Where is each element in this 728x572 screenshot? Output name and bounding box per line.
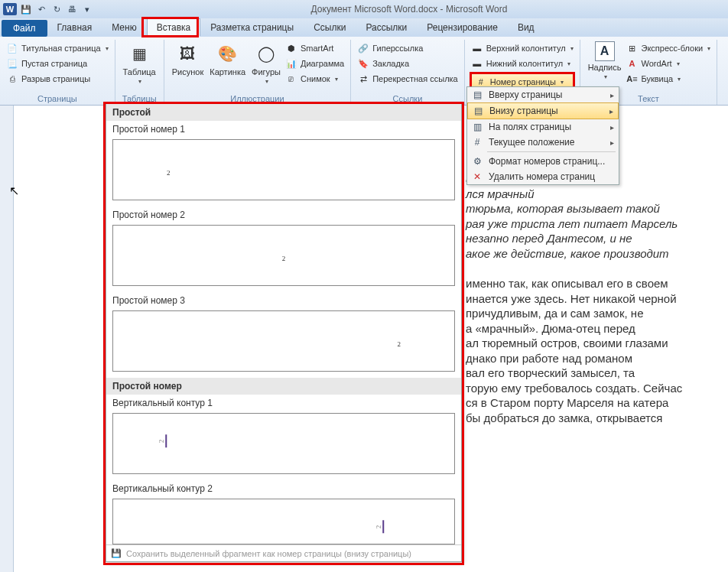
menu-label: Формат номеров страниц... [489,156,605,167]
chevron-down-icon: ▾ [570,45,574,52]
gallery-item-label: Простой номер 1 [106,121,461,138]
crossref-button[interactable]: ⇄Перекрестная ссылка [356,72,460,86]
group-tables: ▦Таблица▾ Таблицы [115,40,164,105]
gallery-item-label: Вертикальный контур 2 [106,480,461,497]
group-illustrations: 🖼Рисунок 🎨Картинка ◯Фигуры▾ ⬢SmartArt 📊Д… [164,40,351,105]
format-icon: ⚙ [470,156,484,167]
chevron-down-icon: ▾ [678,76,681,83]
quickparts-icon: ⊞ [626,42,638,54]
menu-page-margins[interactable]: ▥На полях страницы▸ [467,119,619,135]
menu-bottom-of-page[interactable]: ▤Внизу страницы▸ [467,102,619,119]
redo-icon[interactable]: ↻ [50,3,63,15]
page-number-label: Номер страницы [490,77,556,86]
undo-icon[interactable]: ↶ [35,3,47,15]
menu-format-page-numbers[interactable]: ⚙Формат номеров страниц... [467,154,619,169]
tab-file[interactable]: Файл [2,20,47,37]
header-label: Верхний колонтитул [486,44,566,53]
tab-layout[interactable]: Разметка страницы [200,18,304,37]
hyperlink-button[interactable]: 🔗Гиперссылка [356,41,460,55]
sample-page-number: 2 [375,521,384,534]
tab-view[interactable]: Вид [508,18,544,37]
chevron-down-icon: ▾ [561,79,564,86]
shapes-icon: ◯ [254,41,278,66]
gallery-item-vertical-2[interactable]: 2 [112,499,455,544]
header-icon: ▬ [471,42,483,54]
gallery-section-simple-number: Простой номер [106,378,461,395]
menu-current-position[interactable]: #Текущее положение▸ [467,135,619,150]
gallery-item-vertical-1[interactable]: 2 [112,413,455,474]
chevron-down-icon: ▾ [677,60,680,67]
picture-icon: 🖼 [175,41,200,66]
bookmark-button[interactable]: 🔖Закладка [356,57,460,70]
word-icon: W [3,3,17,15]
doc-line: тюрьма, которая вызывает такой [466,202,660,215]
tab-refs[interactable]: Ссылки [304,18,356,37]
hyperlink-icon: 🔗 [357,42,369,54]
tab-menu[interactable]: Меню [102,18,146,37]
sample-page-number: 2 [282,255,286,262]
header-button[interactable]: ▬Верхний колонтитул▾ [470,41,575,55]
document-text[interactable]: и увидел в лся мрачный тюрьма, которая в… [466,171,718,425]
cover-page-label: Титульная страница [21,44,101,53]
menu-remove-page-numbers[interactable]: ✕Удалить номера страниц [467,169,619,184]
save-icon[interactable]: 💾 [20,3,32,15]
table-label: Таблица [123,67,156,76]
cover-page-button[interactable]: 📄Титульная страница▾ [5,41,110,55]
doc-line: торую ему требовалось создать. Сейчас [466,382,682,395]
chart-icon: 📊 [285,57,297,70]
page-break-button[interactable]: ⎙Разрыв страницы [5,72,110,86]
gallery-item-simple-3[interactable]: 2 [112,310,455,372]
sample-page-number: 2 [158,435,167,448]
blank-page-button[interactable]: 📃Пустая страница [5,57,110,70]
crossref-icon: ⇄ [357,73,369,85]
titlebar: W 💾 ↶ ↻ 🖶 ▾ Документ Microsoft Word.docx… [0,0,728,18]
print-icon[interactable]: 🖶 [66,3,78,15]
smartart-label: SmartArt [301,44,333,53]
screenshot-icon: ⎚ [285,73,297,85]
tab-mail[interactable]: Рассылки [356,18,417,37]
tab-insert[interactable]: Вставка [147,18,201,37]
menu-label: Вверху страницы [489,89,562,100]
page-number-gallery: Простой Простой номер 1 2 Простой номер … [106,103,462,562]
picture-button[interactable]: 🖼Рисунок [169,40,207,94]
wordart-button[interactable]: AWordArt▾ [624,57,712,70]
gallery-save-selection[interactable]: 💾 Сохранить выделенный фрагмент как номе… [106,544,461,561]
smartart-button[interactable]: ⬢SmartArt [284,41,346,55]
chart-button[interactable]: 📊Диаграмма [284,57,346,70]
quickparts-button[interactable]: ⊞Экспресс-блоки▾ [624,41,712,55]
chevron-down-icon: ▾ [335,76,338,83]
tab-review[interactable]: Рецензирование [417,18,508,37]
page-break-icon: ⎙ [6,73,18,85]
textbox-label: Надпись [588,63,622,72]
shapes-button[interactable]: ◯Фигуры▾ [249,40,284,94]
chevron-down-icon: ▾ [106,45,109,52]
bookmark-icon: 🔖 [357,57,369,70]
menu-label: Текущее положение [489,137,574,148]
doc-line: ал тюремный остров, своими глазами [466,336,668,349]
doc-line: вал его творческий замысел, та [466,366,635,379]
clipart-button[interactable]: 🎨Картинка [206,40,249,94]
window-title: Документ Microsoft Word.docx - Microsoft… [93,4,725,15]
chevron-right-icon: ▸ [610,138,614,147]
page-number-menu: ▤Вверху страницы▸ ▤Внизу страницы▸ ▥На п… [466,86,619,185]
doc-line: бы добраться до замка, открывается [466,411,662,424]
tab-home[interactable]: Главная [47,18,102,37]
footer-button[interactable]: ▬Нижний колонтитул▾ [470,57,575,70]
menu-label: На полях страницы [489,122,571,132]
dropcap-icon: A≡ [626,73,638,85]
wordart-icon: A [626,57,638,70]
crossref-label: Перекрестная ссылка [372,74,458,83]
blank-page-icon: 📃 [6,57,18,70]
doc-line: именно так, как описывал его в своем [466,277,668,290]
screenshot-button[interactable]: ⎚Снимок▾ [284,72,346,86]
chart-label: Диаграмма [301,59,344,68]
chevron-right-icon: ▸ [609,107,613,115]
chevron-down-icon: ▾ [604,73,607,80]
save-icon: 💾 [111,548,122,558]
qat-dropdown-icon[interactable]: ▾ [81,3,93,15]
table-button[interactable]: ▦Таблица▾ [120,40,159,94]
gallery-item-simple-2[interactable]: 2 [112,225,455,286]
menu-top-of-page[interactable]: ▤Вверху страницы▸ [467,87,619,102]
dropcap-button[interactable]: A≡Буквица▾ [624,72,712,86]
gallery-item-simple-1[interactable]: 2 [112,139,455,200]
